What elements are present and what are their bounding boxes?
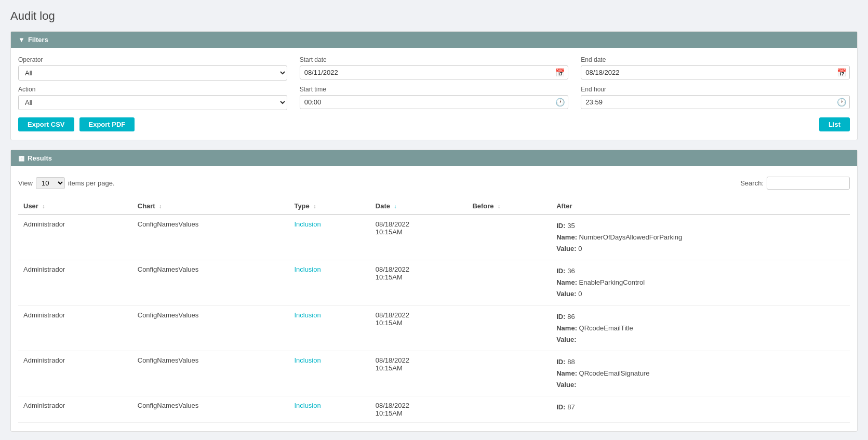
search-label: Search: (740, 179, 764, 187)
after-line: ID: 87 (556, 402, 845, 413)
cell-user: Administrador (18, 305, 132, 351)
end-hour-label: End hour (581, 86, 850, 93)
after-line: Value: 0 (556, 243, 845, 255)
end-hour-input-wrap: 🕐 (581, 95, 850, 109)
cell-type: Inclusion (289, 215, 370, 260)
filters-body: Operator All Start date 📅 End date (11, 48, 857, 140)
table-head: User ↕ Chart ↕ Type ↕ Date ↓ Before ↕ (18, 198, 850, 215)
filters-actions: Export CSV Export PDF List (18, 117, 850, 131)
table-row: AdministradorConfigNamesValuesInclusion0… (18, 305, 850, 351)
before-sort-icon: ↕ (498, 204, 500, 209)
action-group: Action All (18, 86, 287, 110)
filters-header: ▼ Filters (11, 32, 857, 48)
after-key: Value: (556, 290, 576, 298)
cell-user: Administrador (18, 351, 132, 396)
after-key: Name: (556, 324, 577, 332)
cell-type: Inclusion (289, 396, 370, 423)
end-hour-input[interactable] (581, 95, 850, 109)
cell-after: ID: 35Name: NumberOfDaysAllowedForParkin… (551, 215, 850, 260)
list-button[interactable]: List (819, 117, 850, 131)
page-title: Audit log (10, 9, 858, 23)
results-body: View 10 25 50 100 items per page. Search… (11, 166, 857, 431)
filters-grid: Operator All Start date 📅 End date (18, 56, 850, 110)
results-card: ▩ Results View 10 25 50 100 items per pa… (10, 150, 858, 432)
cell-before (467, 215, 551, 260)
type-link[interactable]: Inclusion (294, 265, 321, 273)
type-sort-icon: ↕ (313, 204, 316, 209)
after-key: Value: (556, 381, 576, 389)
type-link[interactable]: Inclusion (294, 220, 321, 228)
after-key: ID: (556, 358, 565, 366)
cell-date: 08/18/2022 10:15AM (370, 396, 468, 423)
per-page-select[interactable]: 10 25 50 100 (36, 177, 65, 189)
chart-sort-icon: ↕ (159, 204, 162, 209)
type-link[interactable]: Inclusion (294, 402, 321, 409)
table-header-row: User ↕ Chart ↕ Type ↕ Date ↓ Before ↕ (18, 198, 850, 215)
operator-select[interactable]: All (18, 65, 287, 81)
after-key: Name: (556, 233, 577, 241)
cell-chart: ConfigNamesValues (132, 215, 289, 260)
chart-icon: ▩ (18, 154, 24, 162)
after-key: ID: (556, 267, 565, 275)
after-line: ID: 86 (556, 311, 845, 323)
table-body: AdministradorConfigNamesValuesInclusion0… (18, 215, 850, 423)
cell-date: 08/18/2022 10:15AM (370, 351, 468, 396)
results-controls: View 10 25 50 100 items per page. Search… (18, 175, 850, 192)
end-hour-clock-icon[interactable]: 🕐 (837, 98, 847, 107)
start-time-label: Start time (300, 86, 569, 93)
after-line: Name: QRcodeEmailSignature (556, 368, 845, 379)
col-chart[interactable]: Chart ↕ (132, 198, 289, 215)
cell-date: 08/18/2022 10:15AM (370, 215, 468, 260)
col-type[interactable]: Type ↕ (289, 198, 370, 215)
table-row: AdministradorConfigNamesValuesInclusion0… (18, 260, 850, 305)
cell-chart: ConfigNamesValues (132, 351, 289, 396)
cell-date: 08/18/2022 10:15AM (370, 260, 468, 305)
after-key: ID: (556, 222, 565, 230)
start-date-input-wrap: 📅 (300, 65, 569, 79)
date-sort-icon: ↓ (394, 204, 397, 209)
end-hour-group: End hour 🕐 (581, 86, 850, 110)
start-time-clock-icon[interactable]: 🕐 (555, 98, 565, 107)
cell-chart: ConfigNamesValues (132, 396, 289, 423)
start-date-label: Start date (300, 56, 569, 63)
cell-after: ID: 36Name: EnableParkingControlValue: 0 (551, 260, 850, 305)
cell-chart: ConfigNamesValues (132, 260, 289, 305)
after-line: ID: 35 (556, 220, 845, 232)
cell-type: Inclusion (289, 351, 370, 396)
col-before[interactable]: Before ↕ (467, 198, 551, 215)
end-date-input[interactable] (581, 65, 850, 79)
view-label: View (18, 179, 33, 187)
end-date-calendar-icon[interactable]: 📅 (837, 68, 847, 77)
results-table: User ↕ Chart ↕ Type ↕ Date ↓ Before ↕ (18, 198, 850, 423)
type-link[interactable]: Inclusion (294, 356, 321, 364)
col-date[interactable]: Date ↓ (370, 198, 468, 215)
filters-card: ▼ Filters Operator All Start date 📅 (10, 31, 858, 140)
start-date-group: Start date 📅 (300, 56, 569, 81)
operator-label: Operator (18, 56, 287, 63)
filters-header-label: Filters (28, 36, 48, 44)
export-pdf-button[interactable]: Export PDF (79, 117, 135, 131)
type-link[interactable]: Inclusion (294, 311, 321, 319)
col-user[interactable]: User ↕ (18, 198, 132, 215)
start-time-input[interactable] (300, 95, 569, 109)
after-line: Name: NumberOfDaysAllowedForParking (556, 232, 845, 243)
after-key: Name: (556, 369, 577, 377)
items-per-page-label: items per page. (68, 179, 115, 187)
cell-before (467, 351, 551, 396)
action-select[interactable]: All (18, 95, 287, 110)
cell-after: ID: 86Name: QRcodeEmailTitleValue: (551, 305, 850, 351)
end-date-input-wrap: 📅 (581, 65, 850, 79)
after-key: Value: (556, 245, 576, 252)
after-line: Name: QRcodeEmailTitle (556, 323, 845, 334)
per-page-group: View 10 25 50 100 items per page. (18, 177, 115, 189)
export-csv-button[interactable]: Export CSV (18, 117, 74, 131)
start-date-input[interactable] (300, 65, 569, 79)
cell-before (467, 396, 551, 423)
after-line: Value: 0 (556, 288, 845, 300)
after-line: Name: EnableParkingControl (556, 277, 845, 288)
results-header: ▩ Results (11, 150, 857, 166)
search-input[interactable] (767, 177, 850, 190)
end-date-label: End date (581, 56, 850, 63)
start-date-calendar-icon[interactable]: 📅 (555, 68, 565, 77)
cell-date: 08/18/2022 10:15AM (370, 305, 468, 351)
